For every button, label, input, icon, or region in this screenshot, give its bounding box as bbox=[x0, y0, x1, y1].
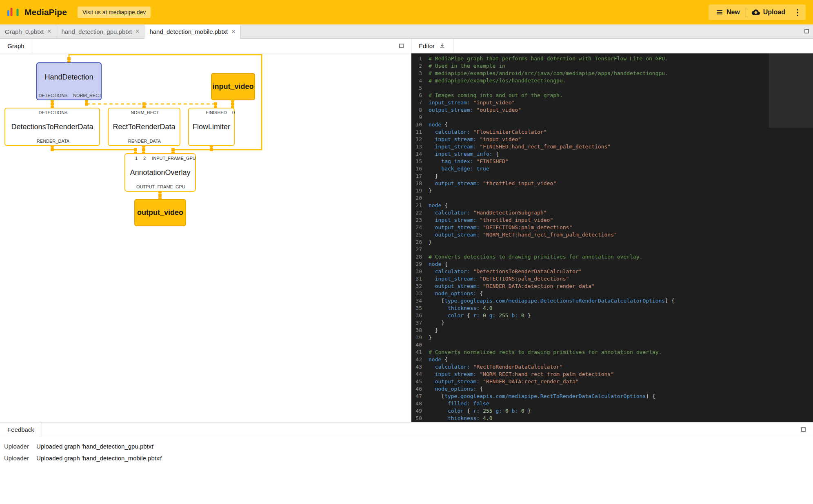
code-line[interactable]: 8output_stream: "output_video" bbox=[411, 106, 767, 114]
code-line[interactable]: 44 input_stream: "NORM_RECT:hand_rect_fr… bbox=[411, 371, 767, 378]
node-title: HandDetection bbox=[37, 63, 101, 91]
download-icon[interactable] bbox=[439, 42, 446, 49]
code-line[interactable]: 30 calculator: "DetectionsToRenderDataCa… bbox=[411, 268, 767, 275]
graph-node-flow-limiter[interactable]: FINISHED 0 FlowLimiter bbox=[188, 108, 235, 146]
code-line[interactable]: 28# Converts detections to drawing primi… bbox=[411, 253, 767, 261]
code-line[interactable]: 36 color { r: 0 g: 255 b: 0 } bbox=[411, 312, 767, 319]
code-line[interactable]: 27 bbox=[411, 246, 767, 253]
line-number: 14 bbox=[411, 150, 429, 158]
graph-node-input-video[interactable]: input_video bbox=[211, 73, 255, 100]
code-line[interactable]: 20 bbox=[411, 195, 767, 202]
popout-icon[interactable] bbox=[399, 44, 404, 48]
tab-feedback[interactable]: Feedback bbox=[0, 422, 42, 437]
code-line[interactable]: 15 tag_index: "FINISHED" bbox=[411, 158, 767, 165]
code-line[interactable]: 42node { bbox=[411, 356, 767, 363]
code-line[interactable]: 25 output_stream: "NORM_RECT:hand_rect_f… bbox=[411, 231, 767, 239]
tab-graph-0-pbtxt[interactable]: Graph_0.pbtxt × bbox=[0, 24, 56, 38]
code-line[interactable]: 5 bbox=[411, 84, 767, 92]
app-header: MediaPipe Visit us at mediapipe.dev New … bbox=[0, 0, 813, 24]
close-icon[interactable]: × bbox=[231, 29, 235, 35]
code-line[interactable]: 12 input_stream: "input_video" bbox=[411, 136, 767, 143]
code-line[interactable]: 18 output_stream: "throttled_input_video… bbox=[411, 180, 767, 187]
popout-icon[interactable] bbox=[804, 29, 809, 33]
code-line[interactable]: 37 } bbox=[411, 319, 767, 327]
port-label-2: 2 bbox=[143, 156, 146, 161]
code-line[interactable]: 43 calculator: "RectToRenderDataCalculat… bbox=[411, 363, 767, 371]
code-line[interactable]: 4# mediapipie/examples/ios/handdetection… bbox=[411, 77, 767, 84]
code-line[interactable]: 40 bbox=[411, 341, 767, 349]
kebab-menu-icon[interactable]: ⋮ bbox=[791, 7, 804, 17]
feedback-entry: Uploader Uploaded graph 'hand_detection_… bbox=[0, 440, 813, 452]
code-line[interactable]: 32 output_stream: "RENDER_DATA:detection… bbox=[411, 283, 767, 290]
code-line[interactable]: 2# Used in the example in bbox=[411, 62, 767, 70]
code-line[interactable]: 48 filled: false bbox=[411, 400, 767, 407]
code-line[interactable]: 7input_stream: "input_video" bbox=[411, 99, 767, 106]
tab-graph[interactable]: Graph bbox=[0, 39, 32, 53]
upload-button[interactable]: Upload bbox=[746, 4, 791, 20]
graph-node-output-video[interactable]: output_video bbox=[134, 199, 186, 226]
code-line[interactable]: 6# Images coming into and out of the gra… bbox=[411, 92, 767, 99]
feedback-panel: Feedback Uploader Uploaded graph 'hand_d… bbox=[0, 422, 813, 504]
line-number: 26 bbox=[411, 239, 429, 246]
graph-node-annotation-overlay[interactable]: 1 2 INPUT_FRAME_GPU AnnotationOverlay OU… bbox=[124, 153, 196, 192]
code-line[interactable]: 39} bbox=[411, 334, 767, 341]
code-line[interactable]: 3# mediapipie/examples/android/src/java/… bbox=[411, 70, 767, 77]
code-line[interactable]: 46 node_options: { bbox=[411, 385, 767, 393]
line-number: 5 bbox=[411, 84, 429, 92]
code-line[interactable]: 31 input_stream: "DETECTIONS:palm_detect… bbox=[411, 275, 767, 283]
graph-node-rect-to-render-data[interactable]: NORM_RECT RectToRenderData RENDER_DATA bbox=[108, 108, 180, 146]
code-line[interactable]: 19} bbox=[411, 187, 767, 195]
code-line[interactable]: 41# Converts normalized rects to drawing… bbox=[411, 349, 767, 356]
line-number: 29 bbox=[411, 261, 429, 268]
code-line[interactable]: 13 input_stream: "FINISHED:hand_rect_fro… bbox=[411, 143, 767, 150]
port-label-0: 0 bbox=[232, 110, 235, 115]
visit-link[interactable]: mediapipe.dev bbox=[109, 9, 146, 15]
code-line[interactable]: 33 node_options: { bbox=[411, 290, 767, 297]
line-number: 39 bbox=[411, 334, 429, 341]
visit-badge: Visit us at mediapipe.dev bbox=[78, 7, 151, 18]
code-line[interactable]: 45 output_stream: "RENDER_DATA:rect_rend… bbox=[411, 378, 767, 385]
code-line[interactable]: 11 calculator: "FlowLimiterCalculator" bbox=[411, 128, 767, 136]
close-icon[interactable]: × bbox=[136, 28, 139, 35]
code-line[interactable]: 47 [type.googleapis.com/mediapipe.RectTo… bbox=[411, 393, 767, 400]
line-number: 22 bbox=[411, 209, 429, 217]
tab-hand-detection-gpu-pbtxt[interactable]: hand_detection_gpu.pbtxt × bbox=[56, 24, 144, 38]
line-number: 21 bbox=[411, 202, 429, 209]
feedback-message: Uploaded graph 'hand_detection_gpu.pbtxt… bbox=[36, 443, 154, 450]
code-line[interactable]: 17 } bbox=[411, 172, 767, 180]
app-title: MediaPipe bbox=[24, 7, 67, 17]
popout-icon[interactable] bbox=[801, 427, 806, 432]
code-line[interactable]: 22 calculator: "HandDetectionSubgraph" bbox=[411, 209, 767, 217]
line-number: 11 bbox=[411, 128, 429, 136]
code-line[interactable]: 21node { bbox=[411, 202, 767, 209]
code-line[interactable]: 1# MediaPipe graph that performs hand de… bbox=[411, 55, 767, 62]
line-number: 27 bbox=[411, 246, 429, 253]
code-editor[interactable]: 1# MediaPipe graph that performs hand de… bbox=[411, 53, 813, 422]
line-number: 33 bbox=[411, 290, 429, 297]
tab-editor[interactable]: Editor bbox=[411, 39, 453, 53]
line-number: 45 bbox=[411, 378, 429, 385]
code-line[interactable]: 49 color { r: 255 g: 0 b: 0 } bbox=[411, 407, 767, 415]
code-line[interactable]: 14 input_stream_info: { bbox=[411, 150, 767, 158]
editor-minimap[interactable]: # MediaPipe graph that performs hand det… bbox=[770, 54, 807, 127]
code-line[interactable]: 35 thickness: 4.0 bbox=[411, 305, 767, 312]
code-line[interactable]: 29node { bbox=[411, 261, 767, 268]
close-icon[interactable]: × bbox=[47, 28, 51, 35]
line-number: 7 bbox=[411, 99, 429, 106]
code-line[interactable]: 10node { bbox=[411, 121, 767, 128]
code-line[interactable]: 50 thickness: 4.0 bbox=[411, 415, 767, 422]
graph-node-detections-to-render-data[interactable]: DETECTIONS DetectionsToRenderData RENDER… bbox=[4, 108, 100, 146]
code-line[interactable]: 9 bbox=[411, 114, 767, 121]
new-button[interactable]: New bbox=[710, 4, 746, 20]
code-line[interactable]: 34 [type.googleapis.com/mediapipe.Detect… bbox=[411, 297, 767, 305]
tab-hand-detection-mobile-pbtxt[interactable]: hand_detection_mobile.pbtxt × bbox=[144, 24, 240, 39]
graph-node-hand-detection[interactable]: HandDetection DETECTIONS NORM_RECT bbox=[36, 62, 102, 100]
graph-canvas[interactable]: HandDetection DETECTIONS NORM_RECT input… bbox=[0, 53, 411, 422]
code-line[interactable]: 24 output_stream: "DETECTIONS:palm_detec… bbox=[411, 224, 767, 231]
code-line[interactable]: 23 input_stream: "throttled_input_video" bbox=[411, 217, 767, 224]
code-line[interactable]: 38 } bbox=[411, 327, 767, 334]
line-number: 16 bbox=[411, 165, 429, 172]
node-title: input_video bbox=[212, 74, 254, 99]
code-line[interactable]: 26} bbox=[411, 239, 767, 246]
code-line[interactable]: 16 back_edge: true bbox=[411, 165, 767, 172]
